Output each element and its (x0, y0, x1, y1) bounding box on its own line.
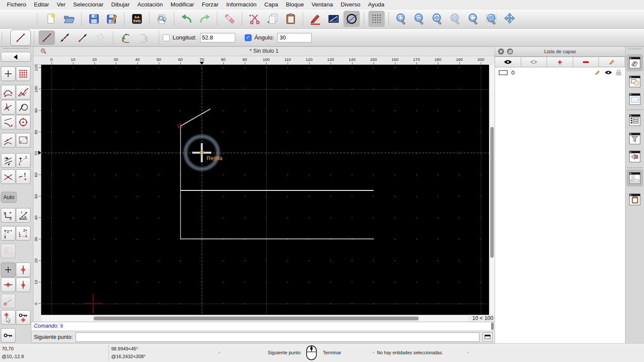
circle-line-button[interactable] (16, 100, 30, 115)
line-arrow-button[interactable] (75, 30, 91, 45)
edit-layer-button[interactable] (598, 57, 625, 67)
intersect-cross-button[interactable] (1, 169, 15, 184)
image-ghost-button[interactable] (1, 244, 15, 258)
order-12-a-button[interactable]: 21 (1, 226, 15, 241)
dock-handle[interactable] (629, 48, 641, 49)
toolbar-handle[interactable] (2, 32, 3, 44)
hide-all-layers-button[interactable] (521, 57, 547, 67)
remove-layer-button[interactable] (573, 57, 599, 67)
scrollbar-thumb[interactable] (94, 317, 419, 320)
undo-segment-button[interactable] (118, 30, 134, 45)
canvas-vertical-scrollbar[interactable] (489, 65, 495, 315)
polyline-points-button[interactable] (16, 85, 30, 100)
length-input[interactable] (200, 33, 235, 42)
angle-checkbox[interactable]: ✓ (245, 34, 252, 41)
menu-informacion[interactable]: Información (222, 1, 261, 8)
spline-points-button[interactable] (1, 85, 15, 100)
redo-segment-button[interactable] (136, 30, 152, 45)
line-exclaim-button[interactable]: ! (16, 169, 30, 184)
pen-edit-button[interactable] (307, 11, 324, 27)
cut-button[interactable]: + (246, 11, 263, 27)
new-file-button[interactable] (43, 11, 59, 27)
snap-plus-button[interactable] (1, 262, 15, 277)
length-checkbox[interactable] (163, 34, 170, 41)
coord-yx-button[interactable]: yx (1, 208, 15, 223)
menu-bloque[interactable]: Bloque (282, 1, 308, 8)
zoom-out-button[interactable] (411, 11, 428, 27)
layer-row[interactable]: 0 (495, 67, 625, 78)
layer-color-swatch[interactable] (499, 70, 507, 75)
scrollbar-thumb[interactable] (491, 323, 494, 330)
undo-button[interactable] (179, 11, 195, 27)
add-layer-button[interactable]: + (547, 57, 573, 67)
dock-blocks-button[interactable] (626, 73, 643, 90)
drawing-canvas[interactable]: Rejilla (41, 65, 489, 315)
menu-forzar[interactable]: Forzar (198, 1, 222, 8)
angle-gauge-button[interactable] (1, 294, 15, 308)
point-plus-button[interactable] (1, 66, 15, 81)
open-file-button[interactable] (61, 11, 77, 27)
menu-diverso[interactable]: Diverso (337, 1, 364, 8)
current-tool-indicator[interactable] (10, 30, 31, 46)
menu-editar[interactable]: Editar (30, 1, 53, 8)
move-arrows-button[interactable] (1, 153, 15, 168)
zoom-in-button[interactable] (393, 11, 410, 27)
dock-megaphone-button[interactable] (626, 148, 643, 165)
dock-command-button[interactable] (626, 169, 643, 187)
menu-capa[interactable]: Capa (261, 1, 282, 8)
delete-eraser-button[interactable] (222, 11, 238, 27)
keyboard-toggle-button[interactable] (483, 332, 492, 341)
dock-clipboard-button[interactable] (626, 191, 643, 208)
print-preview-button[interactable] (154, 11, 170, 27)
menu-ayuda[interactable]: Ayuda (364, 1, 388, 8)
command-input[interactable] (76, 332, 480, 342)
back-arrow-button[interactable] (1, 52, 31, 62)
zoom-auto-button[interactable] (429, 11, 446, 27)
redo-button[interactable] (197, 11, 213, 27)
scrollbar-thumb[interactable] (490, 127, 494, 258)
order-12-button[interactable]: 12 (16, 153, 30, 168)
eye-icon[interactable] (605, 70, 612, 75)
pencil-icon[interactable] (595, 69, 601, 75)
lock-icon[interactable] (616, 69, 621, 75)
menu-dibujar[interactable]: Dibujar (107, 1, 134, 8)
save-button[interactable] (86, 11, 102, 27)
order-12-b-button[interactable]: 21 (16, 226, 30, 241)
key-target-button[interactable] (16, 310, 30, 325)
menu-fichero[interactable]: Fichero (3, 1, 30, 8)
dock-entities-button[interactable] (626, 112, 643, 129)
auto-button[interactable]: Auto (1, 192, 17, 203)
paste-button[interactable] (283, 11, 299, 27)
zoom-previous-button[interactable] (447, 11, 464, 27)
tangent-line-button[interactable] (1, 133, 15, 148)
polyline-button[interactable] (93, 30, 109, 45)
zoom-back-button[interactable] (465, 11, 482, 27)
points-grid-button[interactable] (16, 66, 30, 81)
command-history-scrollbar[interactable] (491, 323, 494, 330)
ortho-rect-button[interactable] (325, 11, 342, 27)
tangent-arc-button[interactable] (1, 115, 15, 130)
canvas-horizontal-scrollbar[interactable] (41, 315, 468, 322)
show-all-layers-button[interactable] (495, 57, 521, 67)
copy-button[interactable]: + (264, 11, 281, 27)
angle-input[interactable] (277, 33, 312, 42)
dock-library-button[interactable] (626, 90, 643, 108)
snap-circle-button[interactable] (343, 11, 360, 27)
zoom-window-button[interactable] (483, 11, 500, 27)
snap-vshort-button[interactable] (16, 278, 30, 292)
snap-cursor-button[interactable] (1, 310, 15, 325)
line-two-arrows-button[interactable] (57, 30, 73, 45)
line-segment-button[interactable] (39, 30, 55, 45)
zoom-pan-button[interactable] (501, 11, 518, 27)
menu-acotacion[interactable]: Acotación (134, 1, 167, 8)
svg-export-button[interactable]: SVG (129, 11, 145, 27)
menu-ver[interactable]: Ver (53, 1, 69, 8)
intersection-snap-button[interactable] (1, 100, 15, 115)
circle-points-button[interactable] (16, 115, 30, 130)
sidebar-handle[interactable] (3, 48, 28, 49)
dock-filter-button[interactable] (626, 130, 643, 147)
snap-vline-button[interactable] (16, 262, 30, 277)
save-as-button[interactable] (104, 11, 120, 27)
menu-ventana[interactable]: Ventana (308, 1, 337, 8)
toolbar-handle[interactable] (37, 13, 39, 25)
